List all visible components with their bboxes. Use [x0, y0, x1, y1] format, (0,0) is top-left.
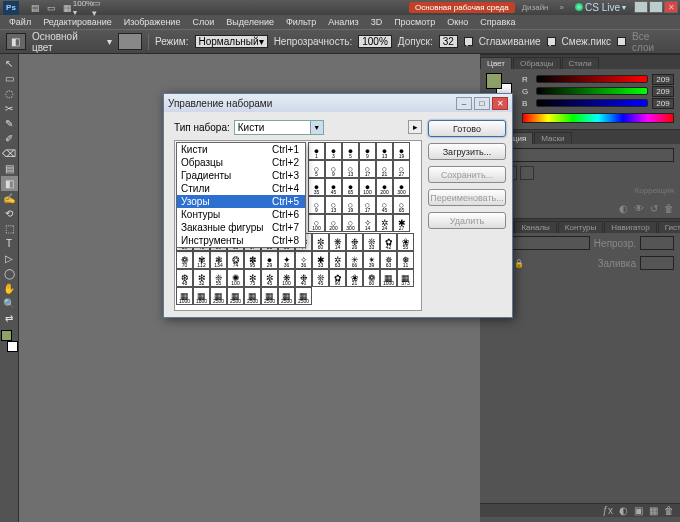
r-slider[interactable] — [536, 75, 648, 83]
brush-preset[interactable]: ●29 — [261, 251, 278, 269]
close-button[interactable]: ✕ — [664, 1, 678, 13]
dropdown-item[interactable]: ОбразцыCtrl+2 — [177, 156, 305, 169]
tool-6[interactable]: ⌫ — [1, 146, 18, 161]
tab-hist[interactable]: Гистограмма — [658, 221, 680, 233]
hue-strip[interactable] — [522, 113, 674, 123]
dropdown-item[interactable]: КонтурыCtrl+6 — [177, 208, 305, 221]
brush-preset[interactable]: ○200 — [325, 214, 342, 232]
reset-icon[interactable]: ↺ — [650, 203, 658, 214]
brush-preset[interactable]: ○19 — [342, 196, 359, 214]
tool-14[interactable]: ◯ — [1, 266, 18, 281]
brush-preset[interactable]: ●5 — [342, 142, 359, 160]
minimize-button[interactable]: – — [634, 1, 648, 13]
brush-preset[interactable]: ❇32 — [193, 269, 210, 287]
brush-preset[interactable]: ❈55 — [210, 269, 227, 287]
brush-preset[interactable]: ❃134 — [210, 251, 227, 269]
menu-select[interactable]: Выделение — [221, 16, 279, 28]
save-button[interactable]: Сохранить... — [428, 166, 506, 183]
preset-grid[interactable]: КистиCtrl+1ОбразцыCtrl+2ГрадиентыCtrl+3С… — [174, 140, 422, 311]
brush-preset[interactable]: ○9 — [325, 160, 342, 178]
brush-preset[interactable]: ○9 — [308, 196, 325, 214]
tab-channels[interactable]: Каналы — [514, 221, 556, 233]
tool-8[interactable]: ◧ — [1, 176, 18, 191]
workspace-design[interactable]: Дизайн — [518, 3, 553, 12]
brush-preset[interactable]: ✾112 — [193, 251, 210, 269]
tool-13[interactable]: ▷ — [1, 251, 18, 266]
brush-preset[interactable]: ●35 — [308, 178, 325, 196]
brush-preset[interactable]: ●19 — [393, 142, 410, 160]
b-slider[interactable] — [536, 99, 648, 107]
doc-icon[interactable]: ▭ — [44, 2, 58, 14]
brush-preset[interactable]: ○45 — [376, 196, 393, 214]
brush-preset[interactable]: ✦36 — [278, 251, 295, 269]
menu-analysis[interactable]: Анализ — [323, 16, 363, 28]
brush-preset[interactable]: ○13 — [342, 160, 359, 178]
adj-icon[interactable] — [520, 166, 534, 180]
mask-icon[interactable]: ◐ — [619, 505, 628, 516]
menu-file[interactable]: Файл — [4, 16, 36, 28]
brush-preset[interactable]: ●65 — [342, 178, 359, 196]
brush-preset[interactable]: ○27 — [393, 160, 410, 178]
brush-preset[interactable]: ❀21 — [346, 269, 363, 287]
brush-preset[interactable]: ▦2500 — [278, 287, 295, 305]
tool-17[interactable]: ⇄ — [1, 311, 18, 326]
workspace-pill[interactable]: Основная рабочая среда — [409, 2, 515, 13]
all-layers-checkbox[interactable] — [617, 37, 626, 46]
brush-preset[interactable]: ○17 — [359, 160, 376, 178]
brush-preset[interactable]: ●9 — [359, 142, 376, 160]
mode-select[interactable]: Нормальный ▾ — [195, 35, 268, 48]
brush-preset[interactable]: ●300 — [393, 178, 410, 196]
tool-0[interactable]: ↖ — [1, 56, 18, 71]
menu-layer[interactable]: Слои — [187, 16, 219, 28]
brush-preset[interactable]: ❋14 — [329, 233, 346, 251]
dialog-max-button[interactable]: □ — [474, 97, 490, 110]
brush-preset[interactable]: ✻75 — [244, 269, 261, 287]
brush-preset[interactable]: ✵63 — [380, 251, 397, 269]
layer-opacity-input[interactable] — [640, 236, 674, 250]
tool-4[interactable]: ✎ — [1, 116, 18, 131]
brush-preset[interactable]: ✳66 — [346, 251, 363, 269]
tool-1[interactable]: ▭ — [1, 71, 18, 86]
new-layer-icon[interactable]: ▦ — [649, 505, 658, 516]
bridge-icon[interactable]: ▤ — [28, 2, 42, 14]
brush-preset[interactable]: ❀55 — [397, 233, 414, 251]
brush-preset[interactable]: ○65 — [393, 196, 410, 214]
brush-preset[interactable]: ○300 — [342, 214, 359, 232]
brush-preset[interactable]: ✿90 — [329, 269, 346, 287]
tool-15[interactable]: ✋ — [1, 281, 18, 296]
brush-preset[interactable]: ○17 — [359, 196, 376, 214]
tab-masks[interactable]: Маски — [534, 132, 571, 144]
brush-preset[interactable]: ▦2500 — [261, 287, 278, 305]
antialias-checkbox[interactable] — [464, 37, 473, 46]
delete-layer-icon[interactable]: 🗑 — [664, 505, 674, 516]
brush-preset[interactable]: ●13 — [376, 142, 393, 160]
adjust-dropdown[interactable]: ▾ — [486, 148, 674, 162]
brush-preset[interactable]: ❊45 — [312, 269, 329, 287]
brush-preset[interactable]: ✴39 — [363, 251, 380, 269]
menu-edit[interactable]: Редактирование — [38, 16, 117, 28]
tool-2[interactable]: ◌ — [1, 86, 18, 101]
brush-preset[interactable]: ○13 — [325, 196, 342, 214]
brush-preset[interactable]: ●100 — [359, 178, 376, 196]
dropdown-item[interactable]: КистиCtrl+1 — [177, 143, 305, 156]
maximize-button[interactable]: □ — [649, 1, 663, 13]
tool-5[interactable]: ✐ — [1, 131, 18, 146]
opacity-input[interactable]: 100% — [358, 35, 392, 48]
brush-preset[interactable]: ●3 — [325, 142, 342, 160]
folder-icon[interactable]: ▣ — [634, 505, 643, 516]
dropdown-item[interactable]: СтилиCtrl+4 — [177, 182, 305, 195]
brush-preset[interactable]: ●45 — [325, 178, 342, 196]
tool-11[interactable]: ⬚ — [1, 221, 18, 236]
tool-7[interactable]: ▤ — [1, 161, 18, 176]
brush-preset[interactable]: ✼60 — [312, 233, 329, 251]
toolbox-fg-bg[interactable] — [1, 330, 18, 352]
dropdown-item[interactable]: ГрадиентыCtrl+3 — [177, 169, 305, 182]
tool-10[interactable]: ⟲ — [1, 206, 18, 221]
brush-preset[interactable]: ❋100 — [278, 269, 295, 287]
brush-preset[interactable]: ▦1000 — [380, 269, 397, 287]
tab-nav[interactable]: Навигатор — [604, 221, 656, 233]
workspace-more[interactable]: » — [556, 3, 568, 12]
brush-preset[interactable]: ❁70 — [176, 251, 193, 269]
brush-preset[interactable]: ❆48 — [176, 269, 193, 287]
brush-preset[interactable]: ❂74 — [227, 251, 244, 269]
